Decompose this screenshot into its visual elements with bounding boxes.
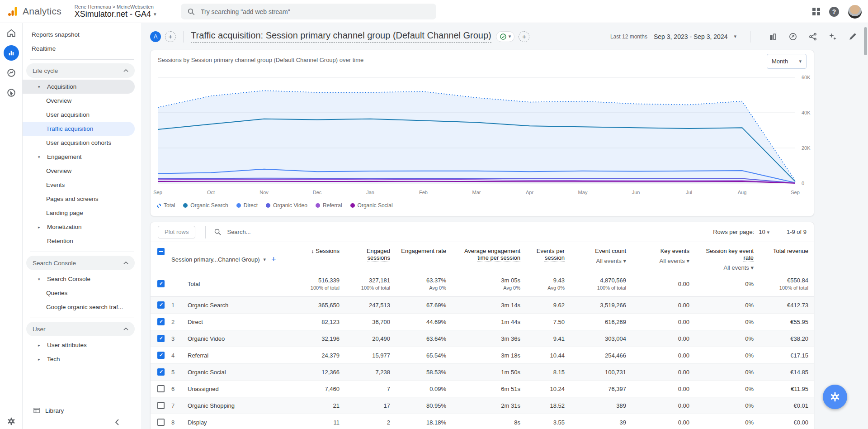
user-avatar[interactable] [848,5,862,19]
column-header-key-events[interactable]: Key eventsAll events ▾ [632,246,696,264]
column-header-total-revenue[interactable]: Total revenue [760,246,814,254]
sidebar-item-search-console[interactable]: ▾ Search Console [23,272,135,286]
rail-explore[interactable] [0,63,23,83]
column-filter[interactable]: All events ▾ [632,257,689,264]
sidebar-item-events[interactable]: Events [23,178,135,192]
compare-reports-icon[interactable] [769,32,778,41]
insights-icon[interactable] [828,32,837,41]
sidebar-item-reports-snapshot[interactable]: Reports snapshot [23,28,135,42]
legend-item[interactable]: Total [157,202,175,209]
rail-home[interactable] [0,23,23,43]
legend-label: Direct [244,202,258,209]
rail-admin[interactable] [0,416,23,426]
row-checkbox[interactable] [157,402,165,409]
column-label[interactable]: Sessions [316,248,340,254]
sidebar-item-queries[interactable]: Queries [23,286,135,300]
edit-pencil-icon[interactable] [848,32,857,41]
date-range-value[interactable]: Sep 3, 2023 - Sep 3, 2024 [654,33,727,40]
sidebar-item-acquisition[interactable]: ▾ Acquisition [23,80,135,94]
sidebar-item-user-attributes[interactable]: ▸ User attributes [23,338,135,352]
column-label[interactable]: Total revenue [773,248,808,254]
breadcrumb[interactable]: Rene Hermenau > MeineWebseiten [75,4,156,10]
rows-per-page-select[interactable]: 10 ▾ [759,229,769,235]
granularity-select[interactable]: Month ▾ [767,54,807,69]
column-header-engaged-sessions[interactable]: Engaged sessions [346,246,396,261]
add-comparison-button[interactable]: + [165,31,176,42]
sidebar-item-engagement-overview[interactable]: Overview [23,164,135,178]
column-header-sessions[interactable]: ↓ Sessions [304,246,346,254]
column-label[interactable]: Engagement rate [401,248,446,254]
sidebar-item-traffic-acquisition[interactable]: Traffic acquisition [23,122,135,136]
property-selector[interactable]: XSimulator.net - GA4 ▾ [75,10,156,19]
row-checkbox[interactable] [157,318,165,325]
table-search-input[interactable] [227,229,363,235]
report-avatar[interactable]: A [150,31,161,42]
rail-advertising[interactable] [0,83,23,103]
column-label[interactable]: Session key event rate [706,248,754,261]
table-row: 8Display11218.18%8s3.55390.000%€0.00 [151,414,814,429]
column-label[interactable]: Key events [660,248,689,254]
sidebar-item-library[interactable]: Library [28,404,68,417]
insights-fab[interactable] [823,385,847,409]
column-header-events-per-session[interactable]: Events per session [527,246,571,261]
legend-item[interactable]: Organic Video [266,202,307,209]
benchmarking-icon[interactable] [788,32,797,41]
column-label[interactable]: Events per session [537,248,565,261]
row-checkbox[interactable] [157,352,165,359]
row-checkbox[interactable] [157,368,165,376]
column-header-event-count[interactable]: Event countAll events ▾ [571,246,632,264]
sidebar-item-realtime[interactable]: Realtime [23,42,135,56]
share-icon[interactable] [808,32,817,41]
analytics-logo[interactable]: Analytics [0,6,61,17]
column-filter[interactable]: All events ▾ [571,257,626,264]
data-quality-badge[interactable]: ▾ [496,31,515,42]
apps-grid-icon[interactable] [812,8,820,15]
sidebar-item-tech[interactable]: ▸ Tech [23,352,135,366]
row-checkbox[interactable] [157,301,165,309]
vertical-scrollbar[interactable] [864,27,867,55]
collapse-sidebar-icon[interactable] [115,419,119,425]
sidebar-item-pages-and-screens[interactable]: Pages and screens [23,192,135,206]
column-header-average-engagement-time-per-session[interactable]: Average engagement time per session [453,246,527,261]
legend-item[interactable]: Organic Search [183,202,228,209]
row-checkbox[interactable] [157,280,165,287]
rail-reports[interactable] [0,43,23,63]
sidebar-item-user-acquisition-cohorts[interactable]: User acquisition cohorts [23,136,135,150]
section-search-console[interactable]: Search Console [26,256,135,270]
search-input[interactable] [201,8,430,15]
help-icon[interactable]: ? [829,7,839,17]
add-report-button[interactable]: + [519,31,529,42]
add-dimension-button[interactable]: + [271,255,276,264]
dimension-header[interactable]: Session primary...Channel Group) ▾ + [171,246,304,271]
svg-text:60K: 60K [802,75,811,80]
chevron-down-icon[interactable]: ▾ [734,33,736,39]
section-user[interactable]: User [26,322,135,336]
column-header-session-key-event-rate[interactable]: Session key event rateAll events ▾ [696,246,760,271]
legend-item[interactable]: Organic Social [350,202,393,209]
divider [750,31,750,43]
table-row: 3Organic Video32,19620,49063.64%3m 36s9.… [151,330,814,347]
section-life-cycle[interactable]: Life cycle [26,63,135,78]
sidebar-item-acquisition-overview[interactable]: Overview [23,94,135,108]
global-search[interactable] [181,4,436,19]
column-filter[interactable]: All events ▾ [696,264,754,271]
sidebar-item-google-organic-search[interactable]: Google organic search traf... [23,300,135,314]
sidebar-item-user-acquisition[interactable]: User acquisition [23,108,135,122]
column-header-engagement-rate[interactable]: Engagement rate [396,246,453,254]
column-label[interactable]: Engaged sessions [367,248,390,261]
select-all-checkbox[interactable] [157,248,165,255]
sidebar-item-retention[interactable]: Retention [23,234,135,248]
row-checkbox[interactable] [157,419,165,426]
legend-item[interactable]: Referral [316,202,342,209]
row-checkbox[interactable] [157,385,165,392]
sidebar-item-landing-page[interactable]: Landing page [23,206,135,220]
sidebar-item-engagement[interactable]: ▾ Engagement [23,150,135,164]
row-checkbox[interactable] [157,335,165,342]
sidebar-item-monetization[interactable]: ▸ Monetization [23,220,135,234]
plot-rows-button[interactable]: Plot rows [158,226,195,238]
report-title[interactable]: Traffic acquisition: Session primary cha… [191,30,491,43]
caret-right-icon: ▸ [38,357,42,362]
legend-item[interactable]: Direct [236,202,258,209]
column-label[interactable]: Event count [595,248,626,254]
column-label[interactable]: Average engagement time per session [464,248,520,261]
